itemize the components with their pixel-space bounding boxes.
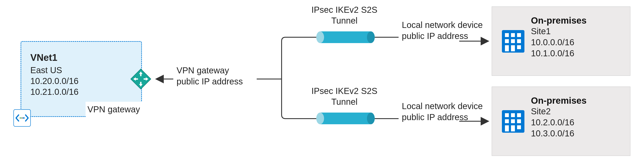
local-dev-bot-line2: public IP address	[402, 112, 483, 123]
diagram-canvas: VNet1 East US 10.20.0.0/16 10.21.0.0/16 …	[0, 0, 644, 163]
svg-rect-13	[511, 33, 515, 37]
tunnel-bot-line2: Tunnel	[299, 96, 390, 107]
svg-rect-14	[517, 33, 521, 37]
svg-rect-20	[517, 45, 521, 49]
vnet-cidr-2: 10.21.0.0/16	[30, 86, 132, 97]
vpn-gateway-caption: VPN gateway	[86, 102, 142, 117]
vpn-gw-line1: VPN gateway	[176, 65, 243, 76]
tunnel-top-line2: Tunnel	[299, 15, 390, 26]
local-device-label-bottom: Local network device public IP address	[402, 101, 483, 123]
site2-cidr2: 10.3.0.0/16	[531, 128, 622, 139]
svg-rect-15	[505, 39, 509, 43]
vnet-region: East US	[30, 65, 132, 76]
site1-cidr1: 10.0.0.0/16	[531, 37, 622, 48]
local-device-label-top: Local network device public IP address	[402, 20, 483, 42]
vpn-gw-line2: public IP address	[176, 76, 243, 87]
vpn-gateway-icon	[129, 67, 153, 91]
svg-rect-18	[505, 45, 509, 51]
vnet-icon	[14, 109, 31, 127]
svg-rect-29	[511, 125, 515, 132]
svg-rect-28	[505, 125, 509, 132]
svg-rect-25	[505, 119, 509, 123]
vnet-title: VNet1	[30, 52, 132, 63]
tunnel-label-bottom: IPsec IKEv2 S2S Tunnel	[299, 86, 390, 107]
svg-rect-27	[517, 119, 521, 123]
site2-cidr1: 10.2.0.0/16	[531, 117, 622, 128]
tunnel-label-top: IPsec IKEv2 S2S Tunnel	[299, 4, 390, 26]
site1-name: Site1	[531, 26, 622, 37]
vpn-gateway-public-ip-label: VPN gateway public IP address	[176, 65, 243, 87]
svg-rect-19	[511, 45, 515, 51]
svg-rect-12	[505, 33, 509, 37]
site2-name: Site2	[531, 106, 622, 117]
svg-point-6	[20, 117, 21, 119]
svg-point-7	[22, 117, 23, 119]
site1-heading: On-premises	[531, 15, 622, 26]
site2-heading: On-premises	[531, 96, 622, 106]
tunnel-top-line1: IPsec IKEv2 S2S	[299, 4, 390, 15]
site1-cidr2: 10.1.0.0/16	[531, 48, 622, 59]
local-dev-top-line2: public IP address	[402, 30, 483, 42]
svg-rect-17	[517, 39, 521, 43]
svg-rect-23	[511, 113, 515, 117]
svg-rect-16	[511, 39, 515, 43]
ipsec-tunnel-icon-bottom	[316, 112, 375, 124]
svg-rect-26	[511, 119, 515, 123]
on-prem-site2-box: On-premises Site2 10.2.0.0/16 10.3.0.0/1…	[492, 86, 630, 156]
tunnel-bot-line1: IPsec IKEv2 S2S	[299, 86, 390, 96]
local-dev-top-line1: Local network device	[402, 20, 483, 30]
ipsec-tunnel-icon-top	[316, 32, 375, 43]
vnet-cidr-1: 10.20.0.0/16	[30, 76, 132, 86]
on-prem-site1-box: On-premises Site1 10.0.0.0/16 10.1.0.0/1…	[492, 6, 630, 76]
svg-rect-30	[517, 125, 521, 129]
svg-point-8	[23, 117, 25, 119]
svg-rect-24	[517, 113, 521, 117]
local-dev-bot-line1: Local network device	[402, 101, 483, 112]
svg-rect-22	[505, 113, 509, 117]
building-icon	[500, 108, 526, 134]
vpn-gateway-caption-text: VPN gateway	[88, 104, 140, 114]
building-icon	[500, 28, 526, 54]
